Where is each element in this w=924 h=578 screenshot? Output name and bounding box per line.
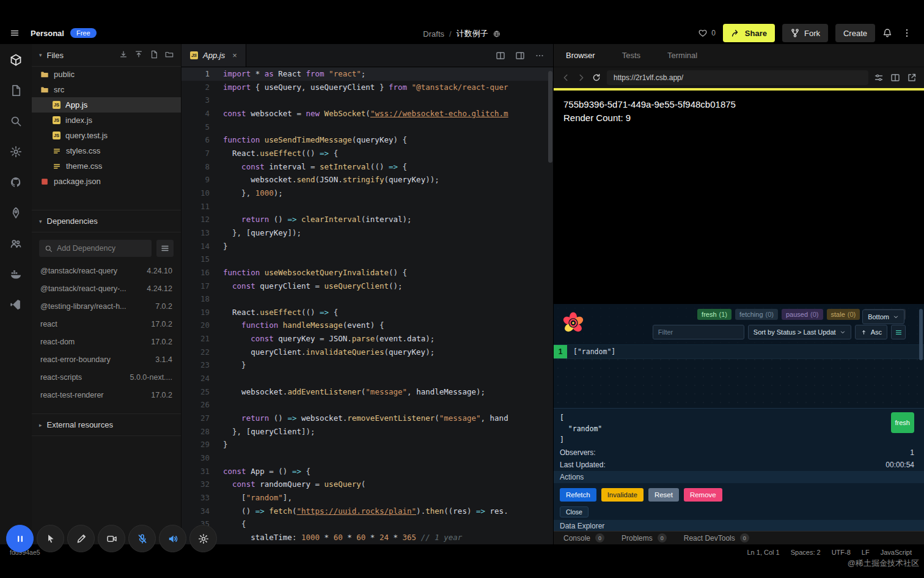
code-line[interactable]: 33 ["random"], bbox=[182, 491, 553, 505]
camera-button[interactable] bbox=[98, 525, 125, 552]
rail-github-icon[interactable] bbox=[10, 176, 22, 190]
pause-button[interactable] bbox=[6, 525, 34, 552]
query-row[interactable]: 1 ["random"] bbox=[554, 345, 924, 359]
file-styles-css[interactable]: styles.css bbox=[32, 143, 181, 158]
split-editor-icon[interactable] bbox=[496, 51, 505, 61]
new-folder-icon[interactable] bbox=[165, 50, 174, 61]
dependency-testing-library-react-h[interactable]: @testing-library/react-h...7.0.2 bbox=[32, 297, 181, 315]
tab-app-js[interactable]: JS App.js × bbox=[182, 44, 246, 67]
code-line[interactable]: 26 bbox=[182, 398, 553, 412]
notifications-bell-icon[interactable] bbox=[882, 28, 892, 38]
workspace-name[interactable]: Personal bbox=[31, 29, 64, 38]
code-line[interactable]: 22 queryClient.invalidateQueries(queryKe… bbox=[182, 346, 553, 359]
mic-off-button[interactable] bbox=[128, 525, 156, 552]
dependency-react-dom[interactable]: react-dom17.0.2 bbox=[32, 333, 181, 350]
code-line[interactable]: 7 React.useEffect(() => { bbox=[182, 147, 553, 160]
editor-more-icon[interactable] bbox=[535, 51, 544, 61]
split-view-icon[interactable] bbox=[890, 73, 900, 83]
speaker-button[interactable] bbox=[159, 525, 186, 552]
code-line[interactable]: 29} bbox=[182, 438, 553, 451]
status-chip-fetching[interactable]: fetching(0) bbox=[735, 309, 778, 320]
preview-tab-browser[interactable]: Browser bbox=[566, 51, 595, 60]
sliders-icon[interactable] bbox=[874, 73, 884, 83]
close-tab-icon[interactable]: × bbox=[232, 51, 237, 60]
dependency-list-toggle[interactable] bbox=[156, 240, 174, 257]
code-line[interactable]: 31const App = () => { bbox=[182, 465, 553, 478]
code-line[interactable]: 24 bbox=[182, 372, 553, 385]
fork-button[interactable]: Fork bbox=[782, 24, 828, 42]
rail-codesandbox-logo[interactable] bbox=[10, 54, 22, 68]
file-public[interactable]: public bbox=[32, 67, 181, 82]
code-line[interactable]: 6function useSendTimedMessage(queryKey) … bbox=[182, 133, 553, 147]
external-resources-header[interactable]: ▸ External resources bbox=[32, 413, 181, 436]
file-package-json[interactable]: package.json bbox=[32, 174, 181, 189]
panel-tab-problems[interactable]: Problems0 bbox=[622, 533, 667, 543]
code-line[interactable]: 18 bbox=[182, 292, 553, 306]
react-query-logo[interactable] bbox=[560, 309, 587, 336]
download-icon[interactable] bbox=[119, 50, 128, 61]
code-line[interactable]: 5 bbox=[182, 120, 553, 134]
code-line[interactable]: 15 bbox=[182, 253, 553, 266]
breadcrumb-drafts[interactable]: Drafts bbox=[423, 29, 444, 39]
like-button[interactable]: 0 bbox=[698, 28, 716, 38]
preview-tab-terminal[interactable]: Terminal bbox=[667, 51, 697, 60]
code-line[interactable]: 19 React.useEffect(() => { bbox=[182, 306, 553, 319]
code-line[interactable]: 17 const queryClient = useQueryClient(); bbox=[182, 280, 553, 293]
preview-pane-icon[interactable] bbox=[515, 51, 525, 61]
status-chip-paused[interactable]: paused(0) bbox=[782, 309, 823, 320]
code-line[interactable]: 27 return () => websocket.removeEventLis… bbox=[182, 412, 553, 425]
code-line[interactable]: 30 bbox=[182, 451, 553, 465]
invalidate-button[interactable]: Invalidate bbox=[601, 488, 644, 502]
code-line[interactable]: 21 const queryKey = JSON.parse(event.dat… bbox=[182, 332, 553, 346]
code-line[interactable]: 35 { bbox=[182, 517, 553, 531]
remove-button[interactable]: Remove bbox=[684, 488, 722, 502]
code-line[interactable]: 36 staleTime: 1000 * 60 * 60 * 24 * 365 … bbox=[182, 531, 553, 544]
devtools-filter-input[interactable] bbox=[653, 325, 744, 339]
status-chip-stale[interactable]: stale(0) bbox=[827, 309, 860, 320]
new-file-icon[interactable] bbox=[150, 50, 158, 61]
code-line[interactable]: 23 } bbox=[182, 358, 553, 372]
sort-direction-button[interactable]: Asc bbox=[855, 325, 887, 339]
rail-team-icon[interactable] bbox=[10, 237, 22, 251]
code-line[interactable]: 32 const randomQuery = useQuery( bbox=[182, 478, 553, 491]
open-new-window-icon[interactable] bbox=[907, 73, 917, 83]
dependency-tanstack-react-query[interactable]: @tanstack/react-query4.24.10 bbox=[32, 262, 181, 280]
code-line[interactable]: 20 function handleMessage(event) { bbox=[182, 319, 553, 332]
code-line[interactable]: 14} bbox=[182, 240, 553, 253]
dependency-react-test-renderer[interactable]: react-test-renderer17.0.2 bbox=[32, 386, 181, 404]
status-chip-fresh[interactable]: fresh(1) bbox=[697, 309, 732, 320]
rail-rocket-icon[interactable] bbox=[10, 207, 22, 221]
gear-button[interactable] bbox=[189, 525, 217, 552]
forward-icon[interactable] bbox=[576, 73, 586, 83]
file-src[interactable]: src bbox=[32, 82, 181, 97]
rail-docker-icon[interactable] bbox=[10, 268, 22, 282]
position-select[interactable]: Bottom bbox=[862, 309, 904, 324]
upload-icon[interactable] bbox=[134, 50, 143, 61]
url-input[interactable]: https://2r1vlf.csb.app/ bbox=[607, 70, 868, 85]
dependencies-header[interactable]: ▾ Dependencies bbox=[32, 210, 181, 232]
code-line[interactable]: 3 bbox=[182, 94, 553, 107]
code-line[interactable]: 1import * as React from "react"; bbox=[182, 67, 553, 81]
code-area[interactable]: 1import * as React from "react";2import … bbox=[182, 67, 553, 544]
create-button[interactable]: Create bbox=[835, 24, 875, 42]
rail-vscode-icon[interactable] bbox=[10, 298, 22, 313]
sort-select[interactable]: Sort by Status > Last Updat bbox=[748, 325, 851, 339]
code-line[interactable]: 28 }, [queryClient]); bbox=[182, 425, 553, 439]
add-dependency-input[interactable] bbox=[57, 244, 146, 253]
add-dependency-box[interactable] bbox=[39, 240, 152, 257]
code-line[interactable]: 13 }, [queryKey]); bbox=[182, 226, 553, 240]
hamburger-menu-icon[interactable] bbox=[10, 28, 20, 38]
file-theme-css[interactable]: theme.css bbox=[32, 158, 181, 174]
code-line[interactable]: 10 }, 1000); bbox=[182, 187, 553, 200]
code-line[interactable]: 25 websocket.addEventListener("message",… bbox=[182, 385, 553, 399]
preview-tab-tests[interactable]: Tests bbox=[622, 51, 640, 60]
panel-tab-react-devtools[interactable]: React DevTools0 bbox=[684, 533, 749, 543]
editor-scrollbar[interactable] bbox=[548, 71, 552, 163]
code-line[interactable]: 11 bbox=[182, 200, 553, 213]
dependency-react[interactable]: react17.0.2 bbox=[32, 315, 181, 333]
code-line[interactable]: 8 const interval = setInterval(() => { bbox=[182, 160, 553, 174]
back-icon[interactable] bbox=[561, 73, 571, 83]
devtools-close-button[interactable]: Close bbox=[560, 506, 588, 517]
code-line[interactable]: 9 websocket.send(JSON.stringify(queryKey… bbox=[182, 173, 553, 187]
file-query-test-js[interactable]: JSquery.test.js bbox=[32, 128, 181, 143]
